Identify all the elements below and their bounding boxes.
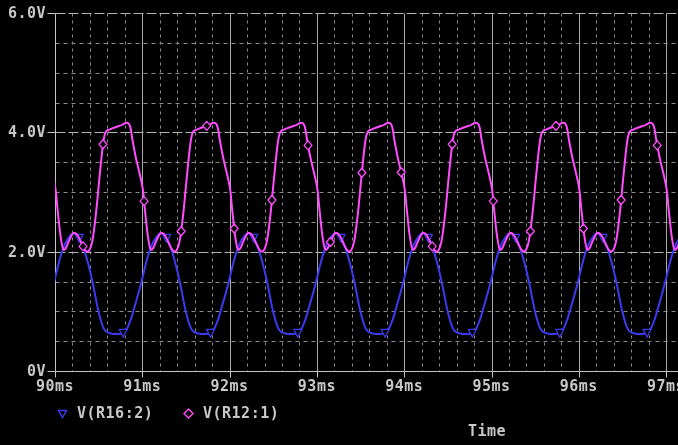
- legend-label: V(R12:1): [203, 404, 279, 422]
- probe-plot-window: 0V2.0V4.0V6.0V 90ms91ms92ms93ms94ms95ms9…: [0, 0, 678, 445]
- y-tick-label: 4.0V: [0, 124, 46, 140]
- x-tick-label: 96ms: [549, 378, 609, 394]
- diamond-icon: [183, 408, 194, 419]
- trace-legend: V(R16:2) V(R12:1): [0, 404, 678, 422]
- x-tick-label: 90ms: [25, 378, 85, 394]
- y-tick-label: 2.0V: [0, 244, 46, 260]
- legend-item-vr12-1[interactable]: V(R12:1): [183, 404, 279, 422]
- x-tick-label: 97ms: [636, 378, 678, 394]
- triangle-down-icon: [57, 408, 68, 419]
- legend-item-vr16-2[interactable]: V(R16:2): [57, 404, 153, 422]
- x-tick-label: 94ms: [374, 378, 434, 394]
- x-tick-label: 95ms: [462, 378, 522, 394]
- x-axis-title: Time: [468, 422, 508, 440]
- x-tick-label: 91ms: [112, 378, 172, 394]
- legend-label: V(R16:2): [77, 404, 153, 422]
- y-tick-label: 6.0V: [0, 5, 46, 21]
- x-tick-label: 93ms: [287, 378, 347, 394]
- x-tick-label: 92ms: [200, 378, 260, 394]
